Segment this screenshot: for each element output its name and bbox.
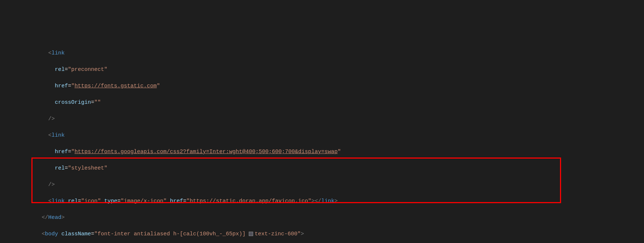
tag-link: link <box>52 50 65 56</box>
val-body-textclass: text-zinc-600 <box>255 231 297 237</box>
attr-href: href <box>55 149 68 155</box>
val-googlefonts-rel: stylesheet <box>71 165 104 171</box>
code-line[interactable]: href="https://fonts.googleapis.com/css2?… <box>22 148 644 156</box>
val-preconnect-href: https://fonts.gstatic.com <box>75 83 157 89</box>
code-content[interactable]: <link rel="preconnect" href="https://fon… <box>0 41 644 243</box>
code-line[interactable]: rel="stylesheet" <box>22 164 644 173</box>
tag-link-close: link <box>321 198 334 204</box>
val-preconnect-rel: preconnect <box>71 67 104 73</box>
attr-crossorigin: crossOrigin <box>55 99 91 106</box>
tag-head-close: Head <box>48 214 61 221</box>
code-editor[interactable]: <link rel="preconnect" href="https://fon… <box>0 33 644 243</box>
attr-href: href <box>55 83 68 89</box>
code-line[interactable]: <body className="font-inter antialiased … <box>22 230 644 239</box>
color-swatch-icon <box>249 232 253 236</box>
attr-href: href <box>170 198 183 204</box>
attr-rel: rel <box>68 198 78 204</box>
val-body-classname: font-inter antialiased h-[calc(100vh_-_6… <box>98 231 249 237</box>
code-line[interactable]: <link <box>22 49 644 58</box>
val-favicon-rel: icon <box>84 198 98 204</box>
attr-rel: rel <box>55 67 65 73</box>
attr-rel: rel <box>55 165 65 171</box>
tag-link: link <box>52 198 65 204</box>
val-googlefonts-href: https://fonts.googleapis.com/css2?family… <box>75 149 338 155</box>
tag-body: body <box>45 231 58 237</box>
code-line[interactable]: href="https://fonts.gstatic.com" <box>22 82 644 91</box>
code-line[interactable]: <link <box>22 132 644 140</box>
code-line[interactable]: <link rel="icon" type="image/x-icon" hre… <box>22 197 644 206</box>
code-line[interactable]: rel="preconnect" <box>22 66 644 74</box>
val-favicon-href: https://static.doran.app/favicon.ico <box>190 198 308 204</box>
attr-classname: className <box>61 231 91 237</box>
code-line[interactable]: /> <box>22 115 644 124</box>
code-line[interactable]: </Head> <box>22 214 644 222</box>
tag-link: link <box>52 132 65 138</box>
val-favicon-type: image/x-icon <box>124 198 163 204</box>
code-line[interactable]: /> <box>22 181 644 189</box>
attr-type: type <box>104 198 117 204</box>
code-line[interactable]: crossOrigin="" <box>22 99 644 107</box>
